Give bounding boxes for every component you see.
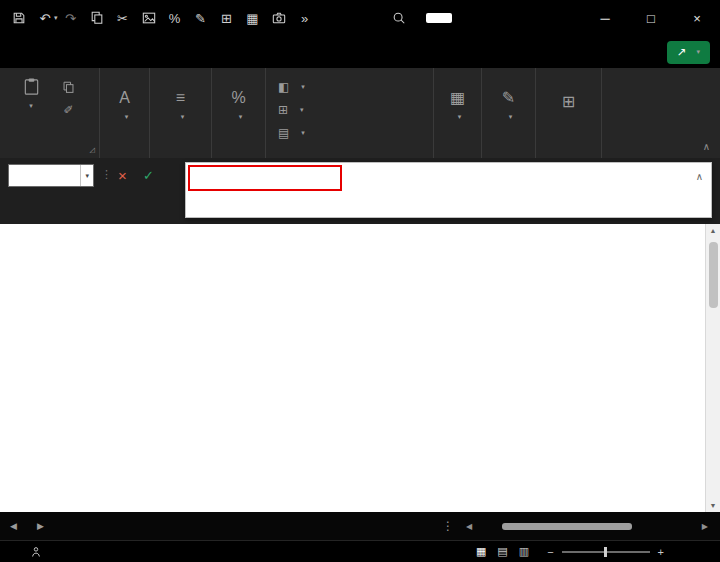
formula-bar: ▾ ⋮ × ✓ ∧ — [0, 158, 720, 224]
camera-icon[interactable] — [266, 5, 292, 31]
format-as-table-button[interactable]: ⊞ ▾ — [266, 98, 433, 121]
clipboard-icon — [22, 77, 41, 96]
addins-button[interactable]: ⊞ — [536, 68, 601, 158]
chevron-down-icon: ▾ — [696, 48, 700, 56]
share-button[interactable]: ↗ ▾ — [667, 41, 710, 64]
conditional-formatting-icon: ◧ — [278, 81, 289, 93]
share-icon: ↗ — [677, 45, 687, 59]
status-bar: ▦ ▤ ▥ − + — [0, 540, 720, 562]
format-as-table-icon: ⊞ — [278, 104, 288, 116]
picture-icon[interactable] — [136, 5, 162, 31]
clipboard-small-buttons: ✐ — [62, 81, 75, 117]
paste-button[interactable]: ▾ — [8, 77, 54, 110]
addins-icon: ⊞ — [562, 94, 575, 110]
chevron-down-icon: ▾ — [181, 113, 185, 121]
cells-icon: ▦ — [450, 90, 465, 106]
page-break-view-icon[interactable]: ▥ — [519, 545, 529, 558]
clipboard-dialog-launcher-icon[interactable]: ◿ — [90, 146, 95, 154]
horizontal-scrollbar[interactable]: ◀ ▶ — [462, 519, 712, 533]
enter-icon[interactable]: ✓ — [137, 167, 160, 184]
editing-icon: ✎ — [502, 90, 515, 106]
maximize-button[interactable]: □ — [628, 0, 674, 36]
minimize-button[interactable]: ─ — [582, 0, 628, 36]
titlebar: ↶ ▾ ↷ ✂ % ✎ ⊞ ▦ » ─ □ × — [0, 0, 720, 36]
chevron-down-icon: ▾ — [301, 129, 305, 137]
insert-table-icon[interactable]: ⊞ — [214, 5, 240, 31]
chevron-down-icon: ▾ — [301, 83, 305, 91]
chevron-down-icon: ▾ — [458, 113, 462, 121]
name-box[interactable]: ▾ — [8, 164, 94, 187]
cell-styles-icon: ▤ — [278, 127, 289, 139]
horizontal-scroll-track[interactable] — [476, 521, 698, 531]
sheet-nav-left-icon[interactable]: ◀ — [0, 521, 27, 531]
accessibility-checker[interactable] — [30, 546, 48, 558]
normal-view-icon[interactable]: ▦ — [476, 545, 486, 558]
horizontal-scroll-thumb[interactable] — [502, 523, 632, 530]
scroll-right-icon[interactable]: ▶ — [698, 522, 712, 531]
conditional-formatting-button[interactable]: ◧ ▾ — [266, 75, 433, 98]
cancel-icon[interactable]: × — [112, 167, 133, 184]
cut-icon[interactable]: ✂ — [110, 5, 136, 31]
formula-highlight-annotation — [188, 165, 342, 191]
copy-icon[interactable] — [84, 5, 110, 31]
chevron-down-icon: ▾ — [300, 106, 304, 114]
zoom-in-icon[interactable]: + — [658, 546, 664, 558]
vertical-scroll-thumb[interactable] — [709, 242, 718, 308]
sheet-tab-bar: ◀ ▶ ⋮ ◀ ▶ — [0, 512, 720, 540]
table-icon[interactable]: ▦ — [240, 5, 266, 31]
chevron-down-icon[interactable]: ▾ — [80, 165, 93, 186]
formula-input[interactable]: ∧ — [185, 162, 712, 218]
save-icon[interactable] — [6, 5, 32, 31]
copy-icon[interactable] — [62, 81, 75, 94]
menubar: ↗ ▾ — [0, 36, 720, 68]
sheet-nav-right-icon[interactable]: ▶ — [27, 521, 54, 531]
chevron-down-icon: ▾ — [239, 113, 243, 121]
close-button[interactable]: × — [674, 0, 720, 36]
page-layout-view-icon[interactable]: ▤ — [497, 545, 507, 558]
styles-group: ◧ ▾ ⊞ ▾ ▤ ▾ — [266, 68, 434, 158]
chevron-down-icon: ▾ — [509, 113, 513, 121]
chevron-down-icon: ▾ — [29, 102, 33, 110]
collapse-formula-bar-icon[interactable]: ∧ — [696, 171, 703, 182]
redo-icon[interactable]: ↷ — [58, 5, 84, 31]
view-shortcuts: ▦ ▤ ▥ — [476, 545, 529, 558]
cell-styles-button[interactable]: ▤ ▾ — [266, 121, 433, 144]
number-group-button[interactable]: % ▾ — [212, 68, 266, 158]
scroll-down-icon[interactable]: ▼ — [706, 502, 720, 509]
window-controls: ─ □ × — [582, 0, 720, 36]
search-icon[interactable] — [386, 5, 412, 31]
font-group-button[interactable]: A ▾ — [100, 68, 150, 158]
zoom-out-icon[interactable]: − — [547, 546, 553, 558]
alignment-icon: ≡ — [176, 90, 185, 106]
sheet-options-icon[interactable]: ⋮ — [442, 519, 454, 533]
insert-function-icon[interactable] — [159, 167, 171, 169]
spreadsheet-grid — [0, 224, 705, 512]
cells-group-button[interactable]: ▦ ▾ — [434, 68, 482, 158]
zoom-control: − + — [547, 546, 664, 558]
editing-group-button[interactable]: ✎ ▾ — [482, 68, 536, 158]
scroll-up-icon[interactable]: ▲ — [706, 227, 720, 234]
collapse-ribbon-icon[interactable]: ∧ — [703, 141, 710, 152]
draw-icon[interactable]: ✎ — [188, 5, 214, 31]
zoom-slider[interactable] — [562, 551, 650, 553]
accessibility-icon — [30, 546, 42, 558]
vertical-scrollbar[interactable]: ▲ ▼ — [705, 224, 720, 512]
ribbon: ▾ ✐ ◿ A ▾ ≡ ▾ % ▾ ◧ ▾ — [0, 68, 720, 158]
percent-style-icon[interactable]: % — [162, 5, 188, 31]
zoom-slider-thumb[interactable] — [604, 547, 607, 557]
formula-bar-drag-handle[interactable]: ⋮ — [101, 168, 112, 181]
excel-window: ↶ ▾ ↷ ✂ % ✎ ⊞ ▦ » ─ □ × ↗ — [0, 0, 720, 562]
clipboard-group: ▾ ✐ ◿ — [0, 68, 100, 158]
alignment-group-button[interactable]: ≡ ▾ — [150, 68, 212, 158]
format-painter-icon[interactable]: ✐ — [63, 103, 73, 117]
more-commands-icon[interactable]: » — [292, 5, 318, 31]
addins-group: ⊞ — [536, 68, 602, 158]
font-icon: A — [119, 90, 130, 106]
number-icon: % — [231, 90, 245, 106]
chevron-down-icon: ▾ — [125, 113, 129, 121]
sign-in-button[interactable] — [426, 13, 452, 23]
scroll-left-icon[interactable]: ◀ — [462, 522, 476, 531]
